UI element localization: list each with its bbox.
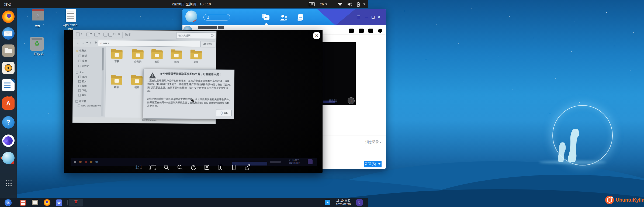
- wifi-icon[interactable]: [337, 2, 343, 6]
- add-icon[interactable]: [368, 28, 374, 34]
- call-icon[interactable]: [358, 28, 364, 34]
- chat-item-title-blur: [198, 26, 217, 29]
- cloud-files-icon[interactable]: [297, 14, 305, 21]
- photo-folder: 下载: [108, 50, 125, 64]
- photo-folder: 文档: [168, 50, 185, 64]
- water-reflection: [539, 161, 606, 164]
- photographed-screen: + ▾ ▾ ✂✕ 选项 输入关键词... ←→ ∨↑ ↻ ⌂wzr: [70, 30, 246, 127]
- photo-warning-dialog: 文件管理器无法获取系统图标主题，可能的原因是： 1.正在以管理员用户运行文件管理…: [143, 69, 234, 119]
- dock-item-thunderbird[interactable]: [2, 27, 15, 40]
- dock-item-help[interactable]: ?: [2, 116, 15, 129]
- desktop-icon-trash[interactable]: ♻: [30, 37, 44, 51]
- photo-folder: 视频: [128, 76, 146, 89]
- send-button[interactable]: 发送(S): [364, 161, 382, 167]
- dock-item-ubuntu-software[interactable]: A: [2, 97, 15, 110]
- show-apps-icon[interactable]: [6, 180, 7, 181]
- desktop-icon-home-folder[interactable]: ⌂: [32, 10, 44, 20]
- gnome-top-bar: 活动 2月20日 星期四，16：10 zh: [0, 0, 368, 8]
- minimize-icon[interactable]: ─: [365, 15, 368, 19]
- running-indicator: [1, 157, 2, 159]
- dock: A ?: [0, 8, 17, 198]
- close-icon[interactable]: ✕: [313, 32, 320, 39]
- contacts-icon[interactable]: [279, 14, 288, 21]
- weasel-mascots: [550, 126, 590, 164]
- bookmark-star-icon[interactable]: [217, 164, 224, 171]
- ubuntukylin-logo-icon: [605, 196, 614, 204]
- taskbar-item-file-manager[interactable]: [32, 200, 38, 205]
- save-icon[interactable]: [204, 164, 210, 171]
- desktop-icon-trash-label: 回收站: [25, 52, 52, 56]
- rotate-icon[interactable]: [190, 164, 197, 171]
- dock-item-rhythmbox[interactable]: [2, 62, 15, 74]
- dock-item-libreoffice-writer[interactable]: [2, 79, 15, 91]
- ukui-taskbar: UK W ★ 16:10 周四2020/02/20 ☾: [0, 198, 368, 207]
- shared-image-thumbnail[interactable]: 21:15 周三2020/02/19 +: [323, 42, 356, 105]
- dock-item-firefox[interactable]: [2, 11, 15, 23]
- ubuntukylin-logo-text: UbuntuKylin: [616, 197, 644, 203]
- photo-fm-details-button: 详细信息: [200, 41, 215, 47]
- taskbar-separator: [67, 200, 68, 205]
- message-history-dropdown[interactable]: 消息记录: [365, 140, 382, 144]
- dock-item-kylin-chat[interactable]: [2, 152, 15, 164]
- search-input[interactable]: [203, 14, 230, 20]
- search-icon: [211, 34, 213, 37]
- photo-systray-smudge: [270, 161, 281, 163]
- volume-icon[interactable]: [347, 2, 352, 6]
- share-icon[interactable]: [244, 164, 251, 171]
- settings-hexagon-icon[interactable]: [377, 28, 383, 34]
- device-icon[interactable]: [231, 164, 237, 171]
- zoom-out-icon[interactable]: [177, 164, 183, 171]
- desktop-icon-wps-package[interactable]: [66, 9, 76, 22]
- screen-capture-icon[interactable]: [348, 28, 354, 34]
- dock-item-files[interactable]: [2, 44, 15, 57]
- photo-fm-toolbar: + ▾ ▾ ✂✕ 选项 输入关键词...: [73, 30, 216, 40]
- photo-folder: 模板: [108, 76, 125, 89]
- message-tray-icon[interactable]: ★: [325, 200, 330, 205]
- start-menu-button[interactable]: UK: [5, 199, 12, 206]
- send-options-caret[interactable]: [378, 163, 380, 165]
- dialog-title: 文件管理器无法获取系统图标主题，可能的原因是：: [160, 72, 232, 76]
- chat-header: ☰ ─ ❑ ✕: [182, 9, 386, 25]
- topbar-clock[interactable]: 2月20日 星期四，16：10: [162, 0, 221, 8]
- maximize-icon[interactable]: ❑: [371, 15, 375, 19]
- ubuntukylin-branding: UbuntuKylin: [605, 196, 644, 204]
- dock-item-web-browser[interactable]: [2, 134, 15, 147]
- photo-fm-sidebar-item: ★收藏夹: [76, 49, 86, 53]
- taskbar-item-launcher[interactable]: [20, 200, 26, 206]
- taskbar-item-wps[interactable]: W: [56, 199, 62, 206]
- taskbar-clock[interactable]: 16:10 周四2020/02/20: [331, 199, 355, 206]
- input-language-indicator[interactable]: zh: [320, 0, 327, 8]
- photo-fm-address-bar: ⌂wzr▾: [98, 40, 202, 47]
- thumbnail-clock: 21:15 周三2020/02/19: [329, 99, 337, 103]
- activities-button[interactable]: 活动: [4, 0, 11, 8]
- viewer-toolbar: 1:1: [64, 163, 323, 172]
- zoom-in-icon[interactable]: +: [348, 97, 355, 104]
- taskbar-item-wine-active[interactable]: [69, 199, 83, 206]
- chat-item-title-blur: [218, 26, 224, 29]
- photo-folder: 图片: [148, 50, 165, 64]
- avatar[interactable]: [185, 11, 197, 22]
- active-tab-pointer: [264, 23, 268, 25]
- battery-icon[interactable]: [356, 2, 361, 7]
- taskbar-item-firefox[interactable]: [44, 199, 50, 206]
- night-mode-icon[interactable]: ☾: [356, 199, 363, 206]
- ok-button: OK: [216, 110, 232, 116]
- zoom-in-icon[interactable]: [163, 164, 170, 171]
- chat-bubbles-icon[interactable]: [261, 14, 271, 21]
- photo-fm-search: 输入关键词...: [176, 32, 216, 39]
- photo-folder: 桌面: [187, 51, 205, 64]
- photo-fm-options-menu: 选项: [125, 33, 130, 37]
- warning-icon: [149, 73, 156, 78]
- image-viewer-window: + ▾ ▾ ✂✕ 选项 输入关键词... ←→ ∨↑ ↻ ⌂wzr: [64, 30, 323, 173]
- zoom-ratio-label[interactable]: 1:1: [135, 164, 142, 170]
- dialog-paragraph-2: 2.你使用的系统主题不是qt默认支持的主题，并且你没有安装相关的平台插件。如果你…: [147, 97, 231, 108]
- close-icon[interactable]: ✕: [378, 15, 381, 19]
- photo-folder: 公共的: [129, 50, 146, 64]
- search-icon: [206, 16, 209, 19]
- caret-down-icon[interactable]: [363, 0, 365, 8]
- keyboard-icon[interactable]: [309, 2, 315, 6]
- fit-window-icon[interactable]: [149, 164, 156, 171]
- desktop-icon-wps-label1: wps-office-: [57, 23, 84, 27]
- menu-icon[interactable]: ☰: [357, 15, 361, 19]
- dialog-paragraph-1: 1.正在以管理员用户运行文件管理器，虽然这意味着你拥有更高的权限，但是你必须了解…: [147, 79, 231, 94]
